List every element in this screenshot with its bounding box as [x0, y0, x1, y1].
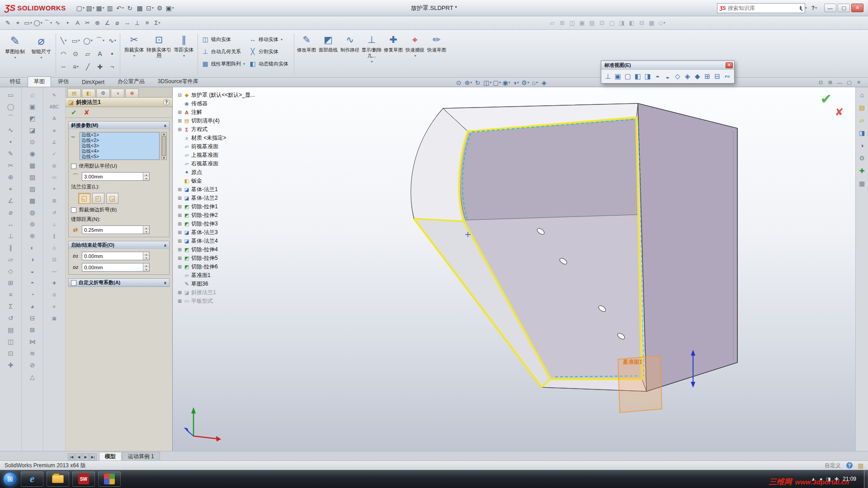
- gap-distance-field[interactable]: 0.25mm ▴▾: [82, 225, 150, 234]
- toolbar-icon[interactable]: ⊟: [637, 18, 646, 28]
- trim-side-bends-checkbox[interactable]: [71, 207, 76, 213]
- start-offset-field[interactable]: 0.00mm ▴▾: [82, 252, 150, 260]
- close-icon[interactable]: ✕: [726, 62, 733, 68]
- view-tool-icon[interactable]: ⊕▾: [464, 78, 473, 87]
- toolbar-icon[interactable]: ◍: [28, 208, 37, 216]
- cancel-button[interactable]: ✘: [84, 108, 90, 117]
- document-window-button[interactable]: ✕: [855, 79, 863, 86]
- task-pane-tab-icon[interactable]: ▦: [858, 179, 867, 188]
- view-tool-icon[interactable]: ⚙▾: [521, 78, 530, 87]
- start-button[interactable]: ⊞: [3, 472, 18, 487]
- tree-item[interactable]: ▱ 上视基准面: [177, 151, 255, 160]
- toolbar-icon[interactable]: ✂: [83, 18, 92, 28]
- tree-item[interactable]: ⊞ ◩ 切除-拉伸6: [177, 263, 255, 271]
- tree-expand-icon[interactable]: ⊞: [177, 213, 182, 218]
- toolbar-icon[interactable]: ⊥: [133, 18, 142, 28]
- toolbar-icon[interactable]: ▧: [28, 173, 37, 181]
- search-input[interactable]: [728, 5, 798, 11]
- panel-tab[interactable]: ▤: [67, 89, 81, 97]
- toolbar-icon[interactable]: ▤: [7, 326, 15, 334]
- ribbon-button[interactable]: ⊡ 转换实体引用: [146, 31, 171, 77]
- list-scrollbar[interactable]: ▲ ▼: [161, 132, 167, 160]
- quickbar-icon[interactable]: ▣▾: [165, 3, 175, 14]
- ribbon-tab[interactable]: 3DSource零件库: [151, 76, 204, 87]
- tree-item[interactable]: ◉ 传感器: [177, 99, 255, 108]
- toolbar-icon[interactable]: ▩: [647, 18, 656, 28]
- ribbon-button[interactable]: ▦ 线性草图阵列 ▾: [201, 59, 245, 68]
- toolbar-icon[interactable]: △: [28, 373, 37, 381]
- flange-position-button[interactable]: ◰: [92, 193, 104, 204]
- quickbar-icon[interactable]: ▢▾: [76, 3, 85, 14]
- toolbar-icon[interactable]: A: [50, 114, 58, 122]
- toolbar-icon[interactable]: ◓: [28, 279, 37, 287]
- toolbar-icon[interactable]: ✚: [50, 279, 58, 287]
- model-viewport[interactable]: 基准面1: [173, 87, 855, 451]
- document-window-button[interactable]: —: [836, 79, 844, 86]
- toolbar-icon[interactable]: ◎: [50, 161, 58, 169]
- ribbon-button[interactable]: ◩ 面部曲线: [317, 31, 339, 77]
- toolbar-icon[interactable]: ▢: [608, 18, 617, 28]
- toolbar-icon[interactable]: ◫: [7, 338, 15, 346]
- tree-expand-icon[interactable]: ⊞: [177, 187, 182, 192]
- sketch-entity-icon[interactable]: •: [106, 47, 118, 60]
- ribbon-button[interactable]: ◧ 动态镜向实体: [249, 59, 291, 68]
- quickbar-icon[interactable]: ▥: [106, 3, 115, 14]
- customize-label[interactable]: 自定义: [825, 462, 841, 469]
- view-orientation-icon[interactable]: ▢: [623, 71, 632, 81]
- sketch-entity-icon[interactable]: ⌒▾: [94, 34, 106, 47]
- sketch-entity-icon[interactable]: ✚: [94, 60, 106, 73]
- view-orientation-icon[interactable]: ◈: [683, 71, 692, 81]
- toolbar-icon[interactable]: ∿: [53, 18, 62, 28]
- tree-item[interactable]: ▱ 基准面1: [177, 271, 255, 280]
- toolbar-icon[interactable]: ▩: [28, 197, 37, 205]
- expand-chevron-icon[interactable]: ∨: [164, 281, 167, 285]
- toolbar-icon[interactable]: ∿: [7, 126, 15, 134]
- toolbar-icon[interactable]: ◇: [50, 244, 58, 252]
- quickbar-icon[interactable]: ▦▾: [96, 3, 105, 14]
- toolbar-icon[interactable]: ✎: [7, 150, 15, 158]
- view-tool-icon[interactable]: ◈: [540, 78, 549, 87]
- tree-item[interactable]: ▱ 前视基准面: [177, 142, 255, 151]
- task-pane-tab-icon[interactable]: ⌂: [858, 91, 867, 99]
- model-right-face[interactable]: [638, 103, 737, 391]
- help-badge-icon[interactable]: ?: [846, 462, 853, 469]
- view-tool-icon[interactable]: ▢▾: [492, 78, 501, 87]
- view-orientation-icon[interactable]: ◒: [663, 71, 672, 81]
- ok-button[interactable]: ✔: [71, 108, 77, 117]
- sketch-entity-icon[interactable]: ╲▾: [57, 34, 70, 47]
- ribbon-tab[interactable]: 办公室产品: [111, 76, 151, 87]
- model-tab[interactable]: 模型: [99, 452, 122, 460]
- start-offset-value[interactable]: 0.00mm: [82, 253, 143, 259]
- close-button[interactable]: ✕: [851, 4, 863, 12]
- sketch-entity-icon[interactable]: ◯▾: [82, 34, 94, 47]
- toolbar-icon[interactable]: ✎: [50, 91, 58, 99]
- toolbar-icon[interactable]: Σ: [7, 302, 15, 310]
- toolbar-icon[interactable]: ⊛: [28, 232, 37, 240]
- toolbar-icon[interactable]: ⊥: [7, 232, 15, 240]
- toolbar-icon[interactable]: ▱: [7, 255, 15, 263]
- toolbar-icon[interactable]: ▣: [28, 103, 37, 111]
- sketch-entity-icon[interactable]: A: [94, 47, 106, 60]
- view-orientation-icon[interactable]: ⊟: [712, 71, 722, 81]
- toolbar-icon[interactable]: ⌀: [50, 126, 58, 134]
- ribbon-tab[interactable]: 评估: [52, 76, 75, 87]
- tree-expand-icon[interactable]: ⊞: [177, 247, 182, 252]
- toolbar-icon[interactable]: ⊞: [558, 18, 567, 28]
- view-tool-icon[interactable]: ◉▾: [502, 78, 511, 87]
- collapse-chevron-icon[interactable]: ∧: [164, 243, 167, 248]
- search-icon[interactable]: [800, 6, 802, 10]
- tree-item[interactable]: ≡ 材质 <未指定>: [177, 134, 255, 142]
- sketch-entity-icon[interactable]: ╌: [57, 60, 70, 73]
- view-orientation-icon[interactable]: ◨: [643, 71, 652, 81]
- ribbon-button[interactable]: ✎ 草图绘制 ▾: [2, 31, 28, 77]
- toolbar-icon[interactable]: ⊡: [50, 255, 58, 263]
- sketch-entity-icon[interactable]: ≡▾: [70, 60, 82, 73]
- toolbar-icon[interactable]: ∥: [7, 244, 15, 252]
- taskbar-item-app[interactable]: [98, 471, 121, 487]
- tree-item[interactable]: ⊞ ◪ 斜接法兰1: [177, 288, 255, 297]
- ribbon-button[interactable]: ⌀ 智能尺寸 ▾: [28, 31, 54, 77]
- spinner[interactable]: ▴▾: [143, 252, 149, 260]
- help-icon[interactable]: ?: [163, 99, 170, 105]
- notebook-icon[interactable]: ▤: [858, 462, 863, 469]
- toolbar-icon[interactable]: ∠: [7, 197, 15, 205]
